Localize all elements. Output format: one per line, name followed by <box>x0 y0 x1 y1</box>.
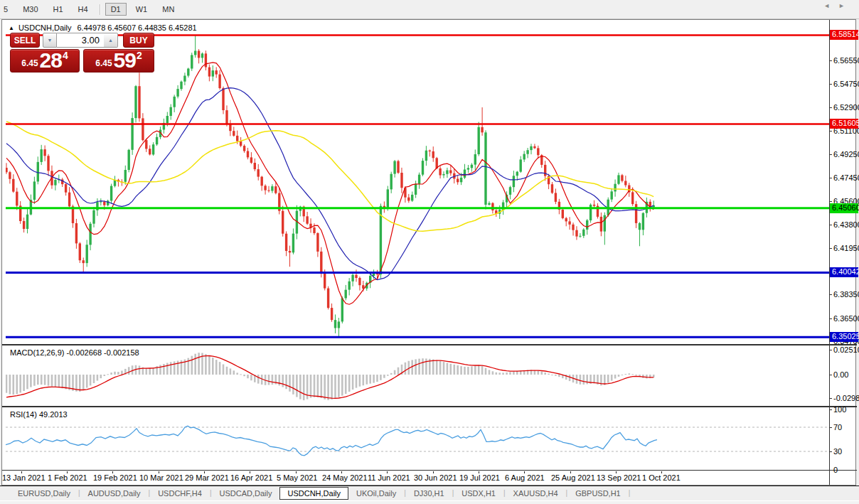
date-tick-label: 30 Jun 2021 <box>414 473 457 482</box>
buy-price-display[interactable]: 6.45 59 2 <box>83 49 154 73</box>
rsi-scale-label: 70 <box>833 423 842 431</box>
timeframe-button-mn[interactable]: MN <box>156 3 180 16</box>
rsi-scale-label: 100 <box>833 405 846 414</box>
buy-price-sup: 2 <box>137 50 142 61</box>
price-line-label[interactable]: 6.45060 <box>830 203 858 213</box>
date-tick-label: 19 Jul 2021 <box>459 473 500 482</box>
timeframe-button-h4[interactable]: H4 <box>73 3 94 16</box>
price-tick-label: 6.56550 <box>833 56 859 65</box>
chart-tab-usdchf[interactable]: USDCHF,H4 <box>150 488 210 499</box>
symbol-period-label: USDCNH,Daily <box>18 23 72 32</box>
timeframe-button-5[interactable]: 5 <box>0 3 14 16</box>
sell-price-sup: 4 <box>63 50 68 61</box>
rsi-scale-label: 0 <box>833 466 838 474</box>
price-tick-label: 6.47450 <box>833 173 859 182</box>
date-tick-label: 24 May 2021 <box>322 473 368 482</box>
price-tick-label: 6.49250 <box>833 150 859 159</box>
volume-decrease-button[interactable]: ▼ <box>43 33 57 48</box>
chart-tab-bar: EURUSD,Daily|AUDUSD,Daily|USDCHF,H4|USDC… <box>0 486 859 500</box>
tab-scroll-right-icon[interactable]: ► <box>838 2 853 9</box>
date-tick-label: 11 Jun 2021 <box>368 473 410 482</box>
chart-tab-usdcad[interactable]: USDCAD,Daily <box>212 488 280 499</box>
timeframe-button-h1[interactable]: H1 <box>48 3 69 16</box>
chart-tab-gbpusd[interactable]: GBPUSD,H1 <box>567 488 629 499</box>
chart-tab-xauusd[interactable]: XAUUSD,H4 <box>506 488 566 499</box>
rsi-plot[interactable] <box>6 409 829 469</box>
buy-price-big: 59 <box>114 50 136 71</box>
date-tick-label: 10 Mar 2021 <box>139 473 183 482</box>
timeframe-button-m30[interactable]: M30 <box>17 3 43 16</box>
price-tick-label: 6.43800 <box>833 220 859 229</box>
macd-scale-label: -0.02988 <box>833 394 859 402</box>
date-tick-label: 13 Jan 2021 <box>2 473 46 482</box>
volume-increase-button[interactable]: ▲ <box>104 33 118 48</box>
one-click-trading-panel: SELL ▼ ▲ BUY 6.45 28 4 6.45 59 2 <box>10 33 158 73</box>
chart-tab-ukoil[interactable]: UKOil,Daily <box>348 488 404 499</box>
timeframe-toolbar: 5M30H1H4D1W1MN <box>0 0 859 19</box>
date-tick-label: 19 Feb 2021 <box>93 473 137 482</box>
axis-separator <box>2 470 857 471</box>
buy-price-small: 6.45 <box>95 58 112 68</box>
chart-tab-dj30[interactable]: DJ30,H1 <box>406 488 452 499</box>
price-tick-label: 6.54750 <box>833 80 859 88</box>
date-tick-label: 16 Apr 2021 <box>230 473 272 482</box>
date-tick-label: 25 Aug 2021 <box>551 473 595 482</box>
panel-separator[interactable] <box>2 406 857 407</box>
date-tick-label: 29 Mar 2021 <box>185 473 229 482</box>
sell-price-small: 6.45 <box>21 58 38 68</box>
date-tick-label: 13 Sep 2021 <box>597 473 641 482</box>
ohlc-values: 6.44978 6.45607 6.44835 6.45281 <box>77 23 196 32</box>
rsi-scale-label: 30 <box>833 447 842 456</box>
volume-input[interactable] <box>57 33 104 48</box>
mt4-terminal: 5M30H1H4D1W1MN ▲USDCNH,Daily6.44978 6.45… <box>0 0 859 504</box>
price-tick-label: 6.36500 <box>833 314 859 323</box>
date-tick-label: 6 Aug 2021 <box>505 473 545 482</box>
chart-tab-audusd[interactable]: AUDUSD,Daily <box>80 488 149 499</box>
price-tick-label: 6.52900 <box>833 103 859 112</box>
price-line-label[interactable]: 6.40042 <box>830 267 858 277</box>
date-tick-label: 1 Oct 2021 <box>642 473 681 482</box>
sell-price-display[interactable]: 6.45 28 4 <box>10 49 80 73</box>
panel-separator[interactable] <box>2 344 857 345</box>
chart-tab-eurusd[interactable]: EURUSD,Daily <box>10 488 78 499</box>
chart-tab-usdcnh[interactable]: USDCNH,Daily <box>279 487 348 500</box>
chart-title: ▲USDCNH,Daily6.44978 6.45607 6.44835 6.4… <box>9 23 197 32</box>
price-tick-label: 6.38350 <box>833 290 859 299</box>
macd-caption: MACD(12,26,9) -0.002668 -0.002158 <box>10 348 139 357</box>
tab-scroll-left-icon[interactable]: ◄ <box>823 2 838 9</box>
sell-price-big: 28 <box>40 50 62 71</box>
price-tick-label: 6.41950 <box>833 244 859 252</box>
date-tick-label: 1 Feb 2021 <box>48 473 87 482</box>
macd-scale-label: 0.025108 <box>833 345 859 354</box>
rsi-caption: RSI(14) 49.2013 <box>10 410 68 419</box>
status-strip <box>0 500 859 504</box>
tab-scroll-arrows[interactable]: ◄► <box>823 2 853 9</box>
price-scale-separator <box>829 20 830 485</box>
collapse-triangle-icon[interactable]: ▲ <box>9 25 14 31</box>
toolbar-separator <box>100 4 101 15</box>
buy-button[interactable]: BUY <box>123 33 154 48</box>
chart-tab-usdx[interactable]: USDX,H1 <box>454 488 503 499</box>
price-line-label[interactable]: 6.58514 <box>830 30 858 40</box>
timeframe-button-w1[interactable]: W1 <box>130 3 154 16</box>
price-line-label[interactable]: 6.51605 <box>830 119 858 129</box>
timeframe-button-d1[interactable]: D1 <box>105 3 127 16</box>
macd-scale-label: 0.00 <box>833 370 848 379</box>
sell-button[interactable]: SELL <box>10 33 40 48</box>
date-tick-label: 5 May 2021 <box>277 473 317 482</box>
price-line-label[interactable]: 6.35025 <box>830 332 858 342</box>
